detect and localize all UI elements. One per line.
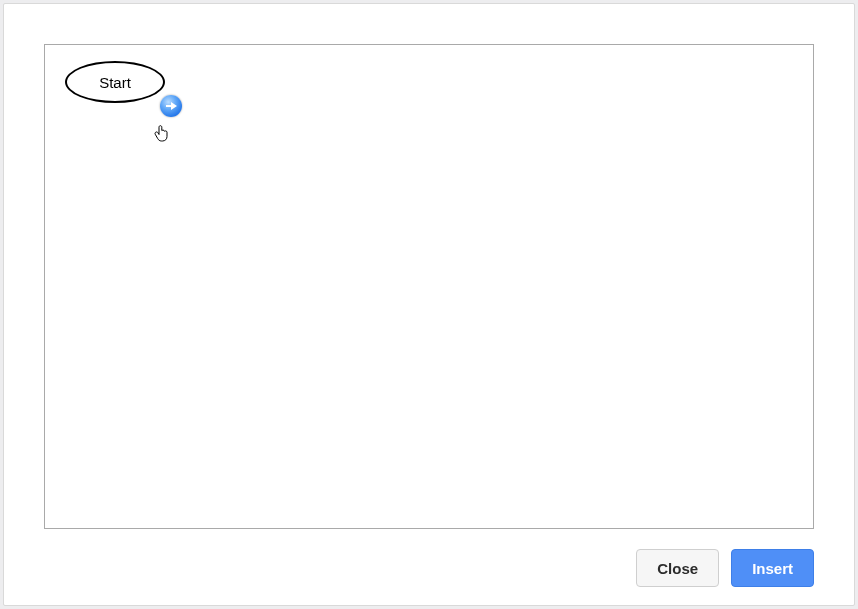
connector-arrow-handle[interactable]	[160, 95, 182, 117]
start-ellipse[interactable]: Start	[65, 61, 165, 103]
close-button[interactable]: Close	[636, 549, 719, 587]
drawing-canvas[interactable]: Start	[44, 44, 814, 529]
dialog-footer: Close Insert	[44, 529, 814, 587]
arrow-right-icon	[165, 100, 177, 112]
svg-marker-1	[171, 102, 177, 110]
insert-button[interactable]: Insert	[731, 549, 814, 587]
dialog-window: Start Close Insert	[3, 3, 855, 606]
start-node-label: Start	[99, 74, 131, 91]
flowchart-start-node[interactable]: Start	[65, 61, 180, 111]
pointer-cursor-icon	[154, 124, 170, 142]
